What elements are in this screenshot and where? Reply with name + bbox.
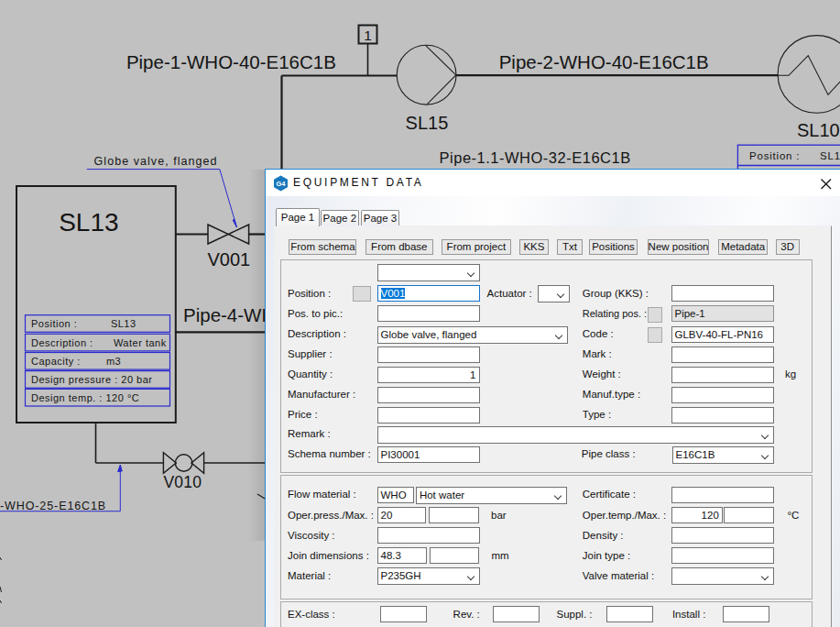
svg-text:Water tank: Water tank — [114, 337, 167, 348]
svg-text:V001: V001 — [208, 249, 251, 270]
svg-text:G4: G4 — [276, 179, 286, 187]
svg-text:Position :: Position : — [31, 318, 77, 329]
svg-text:SL10: SL10 — [797, 120, 840, 140]
svg-text:m3: m3 — [106, 356, 121, 367]
svg-text:V010: V010 — [164, 473, 202, 491]
svg-text:Design pressure : 20 bar: Design pressure : 20 bar — [31, 374, 152, 385]
svg-text:Position :: Position : — [749, 150, 800, 161]
svg-text:Description :: Description : — [31, 337, 93, 348]
svg-text:SL10: SL10 — [820, 150, 840, 161]
svg-text:Design temp. : 120 °C: Design temp. : 120 °C — [31, 392, 139, 403]
svg-text:Pipe-2-WHO-40-E16C1B: Pipe-2-WHO-40-E16C1B — [499, 51, 709, 72]
svg-text:SL15: SL15 — [406, 113, 449, 133]
svg-text:Pipe-1-WHO-40-E16C1B: Pipe-1-WHO-40-E16C1B — [126, 51, 336, 72]
svg-text:SL13: SL13 — [111, 318, 136, 329]
svg-text:-WHO-25-E16C1B: -WHO-25-E16C1B — [0, 500, 106, 512]
svg-text:SL13: SL13 — [59, 208, 118, 236]
svg-text:Capacity :: Capacity : — [31, 356, 81, 367]
svg-text:Globe valve, flanged: Globe valve, flanged — [94, 155, 218, 168]
svg-text:1: 1 — [364, 28, 372, 43]
svg-text:Pipe-1.1-WHO-32-E16C1B: Pipe-1.1-WHO-32-E16C1B — [440, 149, 631, 166]
